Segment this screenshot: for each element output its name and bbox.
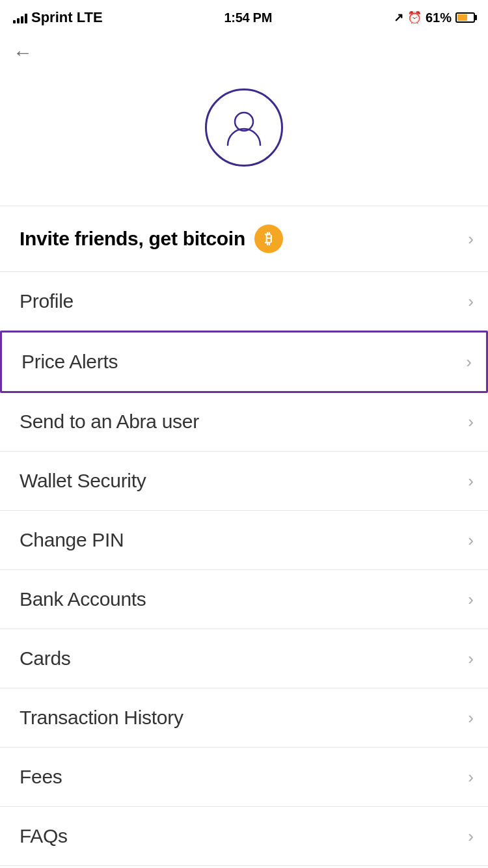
chevron-right-icon-profile: › xyxy=(468,292,474,312)
menu-item-transaction-history[interactable]: Transaction History› xyxy=(0,688,488,748)
menu-item-fees[interactable]: Fees› xyxy=(0,748,488,807)
chevron-right-icon-price-alerts: › xyxy=(466,352,472,372)
menu-item-label-price-alerts: Price Alerts xyxy=(21,351,118,373)
menu-item-label-faqs: FAQs xyxy=(20,825,68,847)
signal-icon xyxy=(13,12,27,23)
menu-item-left-cards: Cards xyxy=(20,647,71,670)
avatar xyxy=(205,88,283,167)
menu-item-send-abra[interactable]: Send to an Abra user› xyxy=(0,392,488,452)
chevron-right-icon-wallet-security: › xyxy=(468,471,474,491)
menu-item-label-wallet-security: Wallet Security xyxy=(20,470,146,492)
menu-item-left-invite: Invite friends, get bitcoin₿ xyxy=(20,224,283,253)
menu-item-profile[interactable]: Profile› xyxy=(0,272,488,331)
bitcoin-icon: ₿ xyxy=(254,224,283,253)
location-icon: ↗ xyxy=(394,10,403,25)
menu-item-left-send-abra: Send to an Abra user xyxy=(20,411,199,433)
chevron-right-icon-transaction-history: › xyxy=(468,708,474,728)
status-right: ↗ ⏰ 61% xyxy=(394,10,475,25)
chevron-right-icon-fees: › xyxy=(468,767,474,787)
menu-item-left-price-alerts: Price Alerts xyxy=(21,351,118,373)
menu-item-label-profile: Profile xyxy=(20,290,74,312)
chevron-right-icon-send-abra: › xyxy=(468,412,474,432)
alarm-icon: ⏰ xyxy=(407,10,422,25)
menu-item-left-wallet-security: Wallet Security xyxy=(20,470,146,492)
battery-icon xyxy=(455,12,475,23)
menu-item-invite[interactable]: Invite friends, get bitcoin₿› xyxy=(0,206,488,272)
menu-item-label-invite: Invite friends, get bitcoin xyxy=(20,228,245,250)
status-left: Sprint LTE xyxy=(13,9,103,26)
menu-item-left-profile: Profile xyxy=(20,290,74,312)
chevron-right-icon-invite: › xyxy=(468,229,474,249)
menu-item-label-bank-accounts: Bank Accounts xyxy=(20,588,146,610)
menu-item-label-send-abra: Send to an Abra user xyxy=(20,411,199,433)
chevron-right-icon-bank-accounts: › xyxy=(468,590,474,610)
menu-item-left-bank-accounts: Bank Accounts xyxy=(20,588,146,610)
status-bar: Sprint LTE 1:54 PM ↗ ⏰ 61% xyxy=(0,0,488,33)
back-area: ← xyxy=(0,33,488,69)
menu-item-label-transaction-history: Transaction History xyxy=(20,707,183,729)
chevron-right-icon-cards: › xyxy=(468,649,474,669)
menu-item-bank-accounts[interactable]: Bank Accounts› xyxy=(0,570,488,629)
menu-item-left-transaction-history: Transaction History xyxy=(20,707,183,729)
back-arrow-icon: ← xyxy=(13,43,33,62)
menu-list: Invite friends, get bitcoin₿›Profile›Pri… xyxy=(0,206,488,866)
back-button[interactable]: ← xyxy=(13,43,33,62)
menu-item-left-fees: Fees xyxy=(20,766,62,788)
menu-item-cards[interactable]: Cards› xyxy=(0,629,488,688)
menu-item-wallet-security[interactable]: Wallet Security› xyxy=(0,452,488,511)
menu-item-left-faqs: FAQs xyxy=(20,825,68,847)
time-label: 1:54 PM xyxy=(224,10,273,25)
menu-item-left-change-pin: Change PIN xyxy=(20,529,124,551)
menu-item-change-pin[interactable]: Change PIN› xyxy=(0,511,488,570)
user-icon xyxy=(221,105,267,150)
battery-percent: 61% xyxy=(426,10,452,25)
menu-item-label-fees: Fees xyxy=(20,766,62,788)
avatar-section xyxy=(0,69,488,206)
menu-item-label-cards: Cards xyxy=(20,647,71,670)
chevron-right-icon-faqs: › xyxy=(468,826,474,847)
menu-item-price-alerts[interactable]: Price Alerts› xyxy=(0,331,488,393)
menu-item-label-change-pin: Change PIN xyxy=(20,529,124,551)
chevron-right-icon-change-pin: › xyxy=(468,530,474,550)
menu-item-faqs[interactable]: FAQs› xyxy=(0,807,488,866)
carrier-label: Sprint LTE xyxy=(31,9,103,26)
